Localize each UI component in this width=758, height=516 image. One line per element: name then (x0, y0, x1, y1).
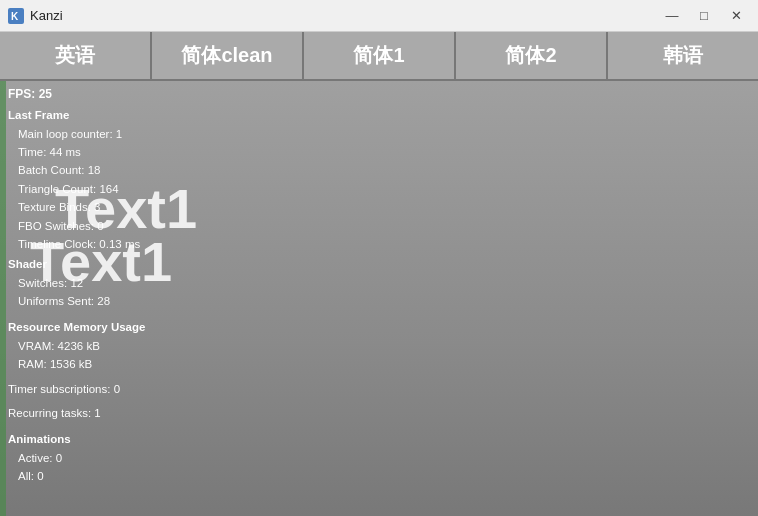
window-controls: — □ ✕ (658, 5, 750, 27)
tab-jianti2[interactable]: 简体2 (456, 32, 608, 79)
last-frame-header: Last Frame (8, 106, 192, 124)
batch-count: Batch Count: 18 (8, 161, 192, 179)
animations-all: All: 0 (8, 467, 192, 485)
tab-bar: 英语 简体clean 简体1 简体2 韩语 (0, 32, 758, 81)
tab-hanyu[interactable]: 韩语 (608, 32, 758, 79)
triangle-count: Triangle Count: 164 (8, 180, 192, 198)
fps-counter: FPS: 25 (8, 85, 192, 104)
ram: RAM: 1536 kB (8, 355, 192, 373)
info-panel: FPS: 25 Last Frame Main loop counter: 1 … (0, 81, 200, 516)
texture-binds: Texture Binds: 3 (8, 198, 192, 216)
shader-header: Shader (8, 255, 192, 273)
close-button[interactable]: ✕ (722, 5, 750, 27)
timer-subscriptions: Timer subscriptions: 0 (8, 380, 192, 398)
uniforms-sent: Uniforms Sent: 28 (8, 292, 192, 310)
animations-header: Animations (8, 430, 192, 448)
fbo-switches: FBO Switches: 0 (8, 217, 192, 235)
minimize-button[interactable]: — (658, 5, 686, 27)
resource-memory-header: Resource Memory Usage (8, 318, 192, 336)
title-bar-left: K Kanzi (8, 8, 63, 24)
green-stripe (0, 81, 6, 516)
recurring-tasks: Recurring tasks: 1 (8, 404, 192, 422)
switches: Switches: 12 (8, 274, 192, 292)
animations-active: Active: 0 (8, 449, 192, 467)
main-loop-counter: Main loop counter: 1 (8, 125, 192, 143)
tab-jianti1[interactable]: 简体1 (304, 32, 456, 79)
tab-yingyu[interactable]: 英语 (0, 32, 152, 79)
timeline-clock: Timeline Clock: 0.13 ms (8, 235, 192, 253)
time-info: Time: 44 ms (8, 143, 192, 161)
tab-jianti-clean[interactable]: 简体clean (152, 32, 304, 79)
maximize-button[interactable]: □ (690, 5, 718, 27)
title-bar: K Kanzi — □ ✕ (0, 0, 758, 32)
app-icon: K (8, 8, 24, 24)
main-content: FPS: 25 Last Frame Main loop counter: 1 … (0, 81, 758, 516)
vram: VRAM: 4236 kB (8, 337, 192, 355)
window-title: Kanzi (30, 8, 63, 23)
svg-text:K: K (11, 11, 19, 22)
